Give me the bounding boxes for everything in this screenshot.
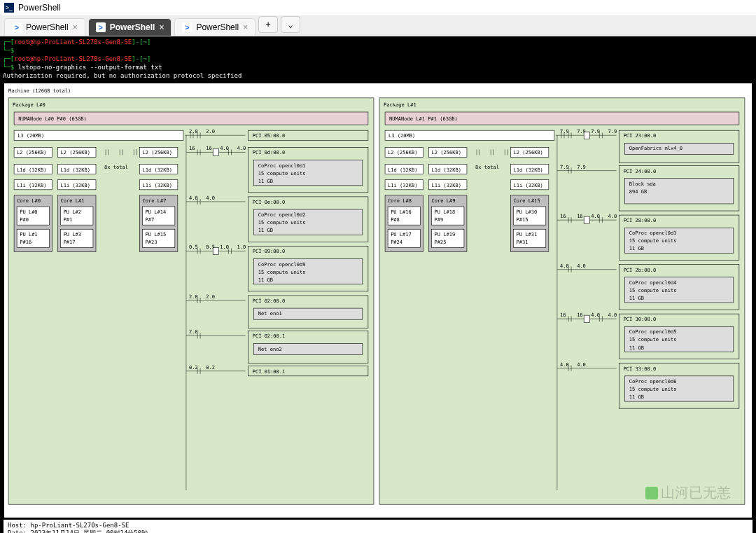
- svg-text:PU L#14: PU L#14: [146, 209, 167, 215]
- close-icon[interactable]: ×: [243, 22, 248, 32]
- svg-text:7.9: 7.9: [560, 164, 569, 170]
- svg-text:7.9: 7.9: [591, 128, 600, 134]
- svg-text:Core L#0: Core L#0: [17, 198, 41, 204]
- new-tab-button[interactable]: +: [258, 16, 278, 33]
- svg-text:16: 16: [560, 213, 566, 219]
- svg-text:PCI 09:00.0: PCI 09:00.0: [253, 248, 286, 254]
- svg-text:CoProc opencl0d1: CoProc opencl0d1: [258, 162, 306, 169]
- svg-rect-197: [584, 132, 589, 139]
- svg-text:P#1: P#1: [64, 216, 73, 223]
- date-line: Date: 2023年11月14日 星期二 00时14分50秒: [8, 529, 748, 533]
- svg-text:4.0: 4.0: [608, 312, 617, 318]
- svg-rect-71: [213, 148, 218, 155]
- svg-text:CoProc opencl0d9: CoProc opencl0d9: [258, 261, 306, 268]
- svg-text:11 GB: 11 GB: [629, 394, 644, 400]
- svg-text:L1d (32KB): L1d (32KB): [61, 167, 90, 173]
- svg-text:PU L#31: PU L#31: [516, 231, 537, 237]
- svg-text:11 GB: 11 GB: [258, 227, 273, 233]
- svg-text:L1i (32KB): L1i (32KB): [61, 182, 90, 188]
- svg-text:PU L#2: PU L#2: [64, 209, 81, 215]
- svg-text:L2 (256KB): L2 (256KB): [432, 149, 461, 155]
- svg-text:L2 (256KB): L2 (256KB): [513, 149, 542, 155]
- host-line: Host: hp-ProLiant-SL270s-Gen8-SE: [8, 522, 748, 529]
- svg-text:2.0: 2.0: [189, 328, 198, 335]
- svg-text:L1i (32KB): L1i (32KB): [513, 182, 542, 188]
- tab-label: PowerShell: [110, 22, 155, 32]
- svg-text:PU L#0: PU L#0: [20, 209, 37, 215]
- svg-text:L1i (32KB): L1i (32KB): [388, 182, 417, 188]
- svg-text:PU L#16: PU L#16: [391, 209, 412, 215]
- svg-text:PU L#17: PU L#17: [391, 231, 412, 237]
- terminal-output[interactable]: ┌─[root@hp-ProLiant-SL270s-Gen8-SE]-[~] …: [0, 36, 756, 81]
- lstopo-footer: Host: hp-ProLiant-SL270s-Gen8-SE Date: 2…: [3, 520, 753, 533]
- svg-text:PU L#3: PU L#3: [64, 231, 81, 237]
- svg-text:L1i (32KB): L1i (32KB): [142, 182, 172, 188]
- svg-text:11 GB: 11 GB: [258, 277, 273, 283]
- tab-label: PowerShell: [196, 22, 239, 32]
- svg-text:Net eno1: Net eno1: [258, 310, 282, 317]
- app-icon: >_: [4, 3, 14, 13]
- svg-text:L3 (20MB): L3 (20MB): [18, 132, 44, 139]
- tab-dropdown-button[interactable]: ⌄: [281, 16, 300, 33]
- svg-text:P#24: P#24: [391, 239, 402, 245]
- close-icon[interactable]: ×: [73, 22, 78, 32]
- svg-text:P#25: P#25: [435, 239, 447, 245]
- svg-text:Core L#1: Core L#1: [61, 198, 85, 204]
- svg-text:15 compute units: 15 compute units: [629, 237, 677, 244]
- svg-text:4.0: 4.0: [237, 145, 246, 151]
- svg-text:PCI 30:00.0: PCI 30:00.0: [624, 316, 657, 322]
- svg-text:PCI 2b:00.0: PCI 2b:00.0: [624, 267, 657, 273]
- svg-text:16: 16: [560, 312, 566, 318]
- svg-text:15 compute units: 15 compute units: [258, 269, 306, 275]
- svg-text:15 compute units: 15 compute units: [629, 336, 677, 342]
- svg-text:P#7: P#7: [146, 216, 155, 223]
- svg-text:L1d (32KB): L1d (32KB): [513, 167, 542, 173]
- svg-text:Package L#0: Package L#0: [13, 102, 46, 108]
- svg-text:PCI 0e:00.0: PCI 0e:00.0: [253, 199, 286, 205]
- svg-text:L2 (256KB): L2 (256KB): [17, 149, 46, 155]
- window-title: PowerShell: [18, 3, 61, 13]
- svg-rect-248: [584, 315, 589, 322]
- svg-text:L1d (32KB): L1d (32KB): [388, 167, 417, 173]
- svg-text:CoProc opencl0d2: CoProc opencl0d2: [258, 212, 306, 218]
- svg-text:P#17: P#17: [64, 239, 76, 245]
- svg-text:PU L#18: PU L#18: [435, 209, 456, 215]
- svg-text:L1i (32KB): L1i (32KB): [17, 182, 46, 188]
- svg-text:PU L#1: PU L#1: [20, 231, 37, 237]
- svg-rect-98: [213, 247, 218, 254]
- svg-text:Package L#1: Package L#1: [384, 102, 416, 108]
- svg-text:7.9: 7.9: [577, 164, 586, 170]
- svg-text:4.0: 4.0: [206, 195, 215, 201]
- svg-text:1.0: 1.0: [237, 244, 246, 250]
- svg-text:4.0: 4.0: [220, 145, 229, 151]
- svg-text:15 compute units: 15 compute units: [258, 170, 306, 176]
- svg-text:P#15: P#15: [516, 216, 528, 223]
- svg-text:4.0: 4.0: [560, 361, 569, 368]
- tab-powershell-2[interactable]: > PowerShell ×: [88, 18, 172, 36]
- svg-text:15 compute units: 15 compute units: [258, 219, 306, 226]
- svg-text:894 GB: 894 GB: [629, 188, 647, 195]
- svg-text:CoProc opencl0d4: CoProc opencl0d4: [629, 279, 677, 286]
- svg-text:15 compute units: 15 compute units: [629, 386, 677, 392]
- svg-text:P#16: P#16: [20, 239, 31, 245]
- svg-text:8x total: 8x total: [104, 164, 128, 170]
- svg-text:11 GB: 11 GB: [258, 178, 273, 184]
- tab-strip: > PowerShell × > PowerShell × > PowerShe…: [0, 15, 756, 36]
- svg-text:Core L#7: Core L#7: [142, 198, 166, 204]
- svg-text:L2 (256KB): L2 (256KB): [61, 149, 90, 155]
- svg-text:16: 16: [206, 145, 212, 151]
- svg-text:4.0: 4.0: [189, 195, 198, 201]
- svg-text:4.0: 4.0: [608, 213, 617, 219]
- svg-text:CoProc opencl0d3: CoProc opencl0d3: [629, 230, 677, 236]
- svg-text:L1d (32KB): L1d (32KB): [17, 167, 46, 173]
- svg-text:15 compute units: 15 compute units: [629, 287, 677, 293]
- svg-text:L2 (256KB): L2 (256KB): [388, 149, 417, 155]
- tab-powershell-1[interactable]: > PowerShell ×: [4, 18, 85, 36]
- close-icon[interactable]: ×: [159, 22, 164, 32]
- svg-text:PCI 01:00.1: PCI 01:00.1: [253, 368, 286, 375]
- lstopo-diagram: Machine (126GB total) Package L#0NUMANod…: [3, 82, 753, 519]
- tab-powershell-3[interactable]: > PowerShell ×: [174, 18, 255, 36]
- window-titlebar: >_ PowerShell: [0, 0, 756, 15]
- svg-text:Core L#15: Core L#15: [513, 198, 540, 204]
- svg-text:OpenFabrics mlx4_0: OpenFabrics mlx4_0: [629, 145, 682, 151]
